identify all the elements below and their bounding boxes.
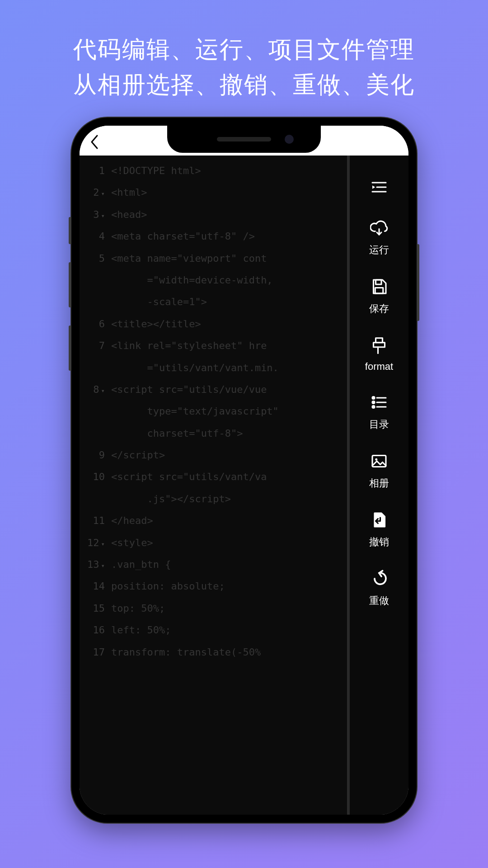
code-text: <title></title> [111,313,350,335]
code-text: <style> [111,532,350,554]
line-number: 3 [80,204,111,226]
code-text: <meta name="viewport" cont [111,248,350,269]
save-button[interactable]: 保存 [369,278,389,316]
code-line[interactable]: 14position: absolute; [80,576,350,597]
back-icon[interactable] [89,133,102,153]
run-button[interactable]: 运行 [369,219,389,257]
svg-rect-14 [372,456,386,467]
undo-page-icon [370,511,388,531]
code-line[interactable]: 8<script src="utils/vue/vue [80,379,350,401]
code-line[interactable]: 13.van_btn { [80,554,350,576]
save-label: 保存 [369,302,389,316]
code-line[interactable]: 16left: 50%; [80,619,350,641]
line-number: 17 [80,642,111,663]
code-text: ="utils/vant/vant.min. [111,357,350,379]
code-line[interactable]: 17transform: translate(-50% [80,642,350,663]
redo-button[interactable]: 重做 [369,570,389,608]
code-line[interactable]: ="utils/vant/vant.min. [80,357,350,379]
code-line[interactable]: 12<style> [80,532,350,554]
side-toolbar: 运行 保存 [350,156,408,815]
headline-line-1: 代码编辑、运行、项目文件管理 [0,32,488,67]
code-line[interactable]: 7<link rel="stylesheet" hre [80,335,350,357]
code-line[interactable]: .js"></script> [80,488,350,510]
line-number: 15 [80,598,111,619]
code-text: <script src="utils/vant/va [111,466,350,488]
code-line[interactable]: 5<meta name="viewport" cont [80,248,350,269]
svg-rect-4 [376,280,382,284]
svg-point-15 [375,458,377,461]
format-brush-icon [370,336,388,356]
code-text: transform: translate(-50% [111,642,350,663]
line-number: 11 [80,510,111,532]
format-button[interactable]: format [365,336,393,373]
toc-button[interactable]: 目录 [369,393,389,431]
marketing-headline: 代码编辑、运行、项目文件管理 从相册选择、撤销、重做、美化 [0,0,488,102]
line-number: 14 [80,576,111,597]
line-number: 2 [80,182,111,203]
code-line[interactable]: 6<title></title> [80,313,350,335]
line-number: 12 [80,532,111,554]
phone-screen: 1<!DOCTYPE html>2<html>3<head>4<meta cha… [80,126,408,815]
code-line[interactable]: 3<head> [80,204,350,226]
headline-line-2: 从相册选择、撤销、重做、美化 [0,67,488,102]
cloud-run-icon [370,219,388,239]
code-line[interactable]: 10<script src="utils/vant/va [80,466,350,488]
list-toc-icon [370,393,388,413]
code-text: <!DOCTYPE html> [111,160,350,182]
undo-button[interactable]: 撤销 [369,511,389,549]
run-label: 运行 [369,243,389,257]
code-text: <script src="utils/vue/vue [111,379,350,401]
line-number: 9 [80,444,111,466]
code-text: <link rel="stylesheet" hre [111,335,350,357]
line-number: 4 [80,226,111,247]
redo-label: 重做 [369,594,389,608]
menu-button[interactable] [370,178,388,198]
code-text: <head> [111,204,350,226]
code-line[interactable]: 15top: 50%; [80,598,350,619]
menu-indent-icon [370,178,388,198]
code-text: left: 50%; [111,619,350,641]
code-line[interactable]: ="width=device-width, [80,269,350,291]
code-text: ="width=device-width, [111,269,350,291]
save-floppy-icon [370,278,388,297]
code-line[interactable]: 4<meta charset="utf-8" /> [80,226,350,247]
code-line[interactable]: type="text/javascript" [80,401,350,422]
code-line[interactable]: -scale=1"> [80,291,350,313]
phone-mockup-frame: 1<!DOCTYPE html>2<html>3<head>4<meta cha… [71,118,417,823]
undo-label: 撤销 [369,535,389,549]
code-text: position: absolute; [111,576,350,597]
code-line[interactable]: charset="utf-8"> [80,423,350,444]
code-text: .js"></script> [111,488,350,510]
format-label: format [365,361,393,373]
phone-notch [167,126,321,153]
code-text: type="text/javascript" [111,401,350,422]
code-text: charset="utf-8"> [111,423,350,444]
code-line[interactable]: 2<html> [80,182,350,203]
line-number: 8 [80,379,111,401]
svg-marker-3 [372,185,375,189]
code-line[interactable]: 11</head> [80,510,350,532]
line-number: 6 [80,313,111,335]
svg-point-8 [372,397,375,399]
code-text: -scale=1"> [111,291,350,313]
code-line[interactable]: 9</script> [80,444,350,466]
line-number: 5 [80,248,111,269]
toc-label: 目录 [369,418,389,431]
line-number: 13 [80,554,111,576]
album-label: 相册 [369,476,389,490]
code-line[interactable]: 1<!DOCTYPE html> [80,160,350,182]
line-number: 16 [80,619,111,641]
code-text: .van_btn { [111,554,350,576]
code-editor[interactable]: 1<!DOCTYPE html>2<html>3<head>4<meta cha… [80,156,350,815]
redo-arrow-icon [370,570,388,590]
album-button[interactable]: 相册 [369,452,389,490]
code-text: </script> [111,444,350,466]
svg-rect-5 [375,288,383,294]
line-number: 10 [80,466,111,488]
image-album-icon [370,452,388,472]
code-text: <html> [111,182,350,203]
code-text: </head> [111,510,350,532]
line-number: 1 [80,160,111,182]
code-text: top: 50%; [111,598,350,619]
svg-point-10 [372,406,375,408]
